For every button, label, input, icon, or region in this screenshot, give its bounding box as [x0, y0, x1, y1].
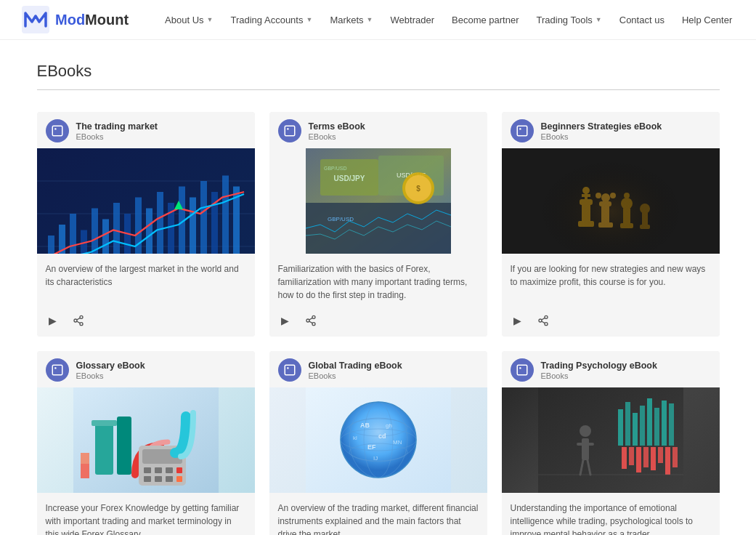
svg-point-47: [312, 315, 315, 318]
svg-rect-8: [48, 236, 54, 254]
svg-rect-84: [117, 417, 131, 475]
card-body: Understanding the importance of emotiona…: [502, 493, 720, 535]
nav-become-partner[interactable]: Become partner: [444, 10, 527, 30]
svg-rect-52: [517, 126, 527, 136]
svg-rect-94: [166, 476, 173, 482]
svg-line-78: [541, 321, 545, 323]
svg-rect-126: [517, 365, 527, 375]
logo[interactable]: ModMount: [22, 6, 129, 33]
nav-help-center[interactable]: Help Center: [675, 10, 739, 30]
play-button[interactable]: ▶: [511, 313, 524, 328]
svg-rect-137: [622, 447, 627, 469]
card-image-glossary: [37, 387, 255, 493]
svg-rect-92: [144, 476, 151, 482]
svg-rect-127: [519, 367, 521, 369]
svg-rect-88: [144, 467, 151, 473]
svg-rect-104: [287, 367, 288, 369]
play-button[interactable]: ▶: [46, 313, 60, 328]
card-category: EBooks: [309, 132, 365, 141]
svg-text:AB: AB: [360, 422, 370, 429]
svg-rect-12: [92, 209, 98, 254]
card-description: Increase your Forex Knowledge by getting…: [46, 502, 246, 535]
page-divider: [37, 89, 720, 90]
card-title: Trading Psychology eBook: [541, 360, 657, 371]
card-icon: [511, 119, 534, 142]
card-title: Glossary eBook: [76, 360, 145, 371]
main-nav: About Us▼ Trading Accounts▼ Markets▼ Web…: [158, 10, 739, 30]
card-icon: [278, 358, 301, 382]
chevron-down-icon: ▼: [207, 16, 214, 23]
card-description: If you are looking for new strategies an…: [511, 262, 711, 289]
svg-text:IJ: IJ: [373, 455, 378, 462]
svg-rect-132: [640, 406, 645, 446]
svg-line-51: [309, 318, 312, 320]
svg-point-76: [539, 319, 542, 322]
svg-rect-97: [81, 464, 89, 478]
chevron-down-icon: ▼: [367, 16, 373, 23]
card-icon: [511, 358, 534, 382]
card-body: Familiarization with the basics of Forex…: [269, 254, 487, 307]
svg-line-79: [541, 318, 545, 320]
svg-rect-131: [633, 413, 638, 446]
card-footer: ▶: [502, 307, 720, 337]
svg-rect-130: [625, 402, 630, 446]
nav-markets[interactable]: Markets▼: [322, 10, 380, 30]
svg-rect-146: [582, 438, 589, 460]
nav-about-us[interactable]: About Us▼: [158, 10, 220, 30]
card-header: Beginners Strategies eBook EBooks: [502, 112, 720, 148]
card-body: If you are looking for new strategies an…: [502, 254, 720, 307]
svg-rect-138: [629, 447, 634, 465]
card-icon: [46, 358, 69, 382]
card-category: EBooks: [309, 371, 402, 380]
svg-point-29: [80, 315, 83, 318]
card-beginners-strategies: Beginners Strategies eBook EBooks: [502, 112, 720, 337]
card-footer: ▶: [37, 307, 255, 337]
card-image-terms: USD/JPY GBP/USD USD/CHF GBP/USD $: [269, 148, 487, 254]
svg-line-33: [76, 318, 80, 320]
card-header: Trading Psychology eBook EBooks: [502, 351, 720, 387]
card-category: EBooks: [541, 132, 662, 141]
card-description: An overview of the largest market in the…: [46, 262, 246, 289]
card-image-global: AB cd EF gh IJ kl MN: [269, 387, 487, 493]
card-title: Terms eBook: [309, 121, 365, 132]
card-title: Global Trading eBook: [309, 360, 402, 371]
svg-text:USD/JPY: USD/JPY: [333, 174, 365, 182]
svg-rect-10: [70, 214, 76, 254]
nav-trading-tools[interactable]: Trading Tools▼: [529, 10, 609, 30]
page-title: EBooks: [37, 62, 720, 81]
share-button[interactable]: [302, 313, 320, 328]
svg-text:$: $: [416, 185, 420, 193]
card-body: An overview of the largest market in the…: [37, 254, 255, 307]
card-header: Global Trading eBook EBooks: [269, 351, 487, 387]
svg-rect-22: [200, 181, 207, 254]
svg-rect-140: [643, 447, 649, 467]
share-button[interactable]: [535, 313, 552, 328]
svg-line-50: [309, 321, 312, 323]
card-category: EBooks: [76, 132, 158, 141]
svg-rect-18: [157, 192, 163, 254]
play-button[interactable]: ▶: [278, 313, 292, 328]
cards-grid: The trading market EBooks: [37, 112, 720, 535]
svg-rect-74: [538, 148, 683, 254]
card-icon: [46, 119, 69, 142]
share-button[interactable]: [70, 313, 87, 328]
card-trading-psychology: Trading Psychology eBook EBooks: [502, 351, 720, 535]
svg-rect-81: [54, 367, 56, 369]
card-glossary-ebook: Glossary eBook EBooks: [37, 351, 255, 535]
svg-point-77: [545, 323, 548, 326]
svg-rect-143: [665, 447, 670, 475]
svg-point-30: [74, 319, 77, 322]
card-image-psychology: [502, 387, 720, 493]
header: ModMount About Us▼ Trading Accounts▼ Mar…: [0, 0, 756, 40]
svg-rect-129: [618, 409, 623, 446]
svg-text:gh: gh: [386, 422, 392, 429]
svg-rect-144: [672, 447, 678, 467]
svg-rect-89: [155, 467, 162, 473]
svg-rect-14: [113, 203, 120, 254]
nav-webtrader[interactable]: Webtrader: [383, 10, 442, 30]
svg-rect-13: [102, 220, 109, 254]
nav-contact-us[interactable]: Contact us: [612, 10, 672, 30]
card-description: Familiarization with the basics of Forex…: [278, 262, 479, 302]
nav-trading-accounts[interactable]: Trading Accounts▼: [223, 10, 320, 30]
svg-rect-103: [285, 365, 295, 375]
